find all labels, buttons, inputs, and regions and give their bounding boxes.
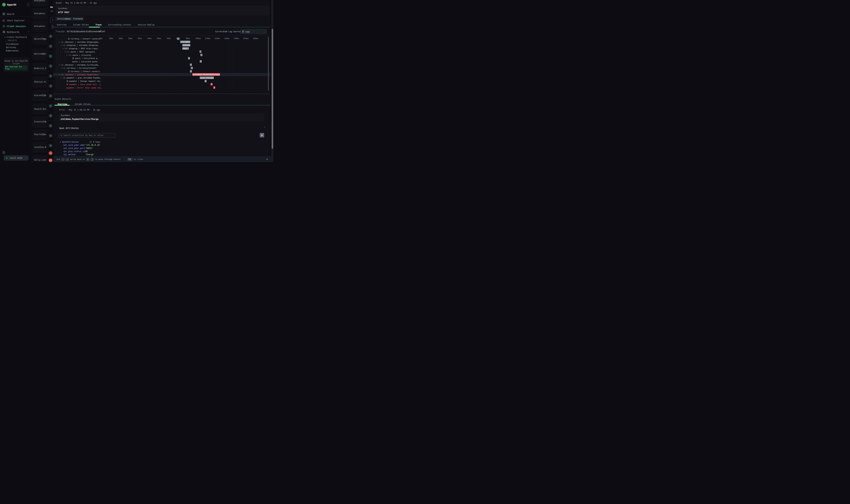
span-row[interactable]: currency | Convert convers…( [53,70,270,73]
location-pin-icon[interactable] [49,54,53,58]
get-started-button[interactable]: Get Started for Free [5,66,28,70]
preset-item-services[interactable]: Services [6,46,16,49]
page-scrollbar-thumb[interactable] [272,29,273,149]
log-source-select[interactable]: Logs ⌃⌄ [240,29,267,34]
chevron-down-icon[interactable]: ∨ [61,77,61,79]
span-bar[interactable]: POST h [182,47,189,50]
span-row[interactable]: ∨(3)payment | grpc.oteldemo.Paymen…grpc.… [53,76,270,79]
location-pin-icon[interactable] [49,114,53,118]
create-dashboard-button[interactable]: + Create Dashboard [4,36,27,38]
servicename-chip[interactable]: ServiceName: frontend [55,17,84,21]
span-label[interactable]: quote | calculate-quote [72,60,97,63]
session-card[interactable]: Dolly.Lubo [33,155,47,162]
span-bar[interactable]: E [213,86,215,89]
location-pin-icon[interactable] [49,64,53,68]
span-label[interactable]: payment | Charge request rec… [67,80,101,82]
chevron-down-icon[interactable]: ∨ [59,74,60,75]
sidebar-collapse-icon[interactable] [27,3,30,6]
chevron-down-icon[interactable]: ∨ [59,41,60,43]
span-row[interactable]: ∨(2)quote | {closure} [53,53,270,57]
span-label[interactable]: currency | Convert convers… [68,70,101,73]
waterfall-scrollbar[interactable] [268,37,269,91]
location-pin-icon[interactable] [49,94,53,98]
chevron-down-icon[interactable]: ∨ [62,48,64,49]
span-label[interactable]: ∨(1)checkout | oteldemo.PaymentServi… [59,73,99,76]
span-row[interactable]: ∨(1)shipping | POST http://quo…POST h [53,47,270,50]
local-mode-button[interactable]: U Local mode › [4,156,29,161]
underlay-search-input[interactable]: Sea [50,17,53,23]
gear-icon[interactable]: ⚙ [260,133,264,138]
chevron-down-icon[interactable]: ∨ [59,64,60,66]
chevron-up-icon[interactable]: ⌃ [264,126,265,129]
span-row[interactable]: payment | Error: Visa cache ful…E [53,86,270,89]
span-label[interactable]: ∨(1)shipping | oteldemo.Shipping… [61,44,99,47]
chevron-down-icon[interactable]: ∨ [65,51,66,53]
span-bar[interactable]: V [211,83,213,86]
sidebar-item-search[interactable]: Search [0,12,32,17]
span-label[interactable]: payment | Visa cache full: c… [67,83,101,86]
attribute-row[interactable]: net.sock.peer.port"50051" [63,147,93,149]
chevron-down-icon[interactable]: ∨ [61,44,61,46]
span-bar[interactable]: ( [204,80,207,82]
span-row[interactable]: currency | Convert convers… [53,37,270,40]
span-bar[interactable] [191,67,193,69]
location-pin-icon[interactable] [49,144,53,147]
span-bar[interactable]: oteldemo.PaymentService/Char [192,73,220,76]
span-bar[interactable]: ( [190,64,192,66]
span-row[interactable]: ∨(1)checkout | oteldemo.PaymentServi…ote… [53,73,270,76]
attribute-row[interactable]: rpc.method"Charge" [63,153,94,156]
span-label[interactable]: ∨(1)checkout | oteldemo.ShippingSe… [59,41,99,43]
close-icon[interactable]: ✕ [267,158,268,160]
span-row[interactable]: ∨(1)checkout | oteldemo.CurrencySe…( [53,63,270,67]
session-card[interactable]: Ernesto33@ [33,116,47,127]
span-bar[interactable]: oteldemo. [180,41,190,43]
navigation-event-icon[interactable] [49,151,53,155]
session-card[interactable]: Shaniya.Sc [33,76,47,88]
session-card[interactable]: Pearl43@ho [33,129,47,140]
attributes-search-input[interactable] [64,133,114,137]
chevron-down-icon[interactable]: ∨ [67,54,67,56]
session-card[interactable]: Kieran92@h [33,90,47,101]
span-row[interactable]: ∨(1)checkout | oteldemo.ShippingSe…oteld… [53,40,270,43]
span-bar[interactable]: ( [200,60,202,62]
session-card[interactable]: Deion37@gm [33,34,47,44]
span-row[interactable]: payment | Visa cache full: c…V [53,83,270,86]
span-label[interactable]: ∨(1)checkout | oteldemo.CurrencySe… [59,64,99,66]
span-label[interactable]: ∨(2)quote | {closure} [67,54,91,56]
attributes-tree-root[interactable]: ▼ SpanAttributes {} 6 keys [60,141,100,143]
span-bar[interactable] [177,37,179,40]
span-row[interactable]: ∨(1)quote | POST /getquote [53,50,270,53]
span-row[interactable]: payment | Charge request rec…( [53,79,270,83]
span-label[interactable]: ∨(1)currency | Currency/Convert [61,67,96,69]
chevron-down-icon[interactable]: ∨ [61,67,61,69]
span-label[interactable]: quote | Calculated q… [72,57,98,59]
span-label[interactable]: currency | Convert convers… [68,37,101,40]
span-label[interactable]: ∨(1)shipping | POST http://quo… [62,47,98,50]
span-bar[interactable] [200,54,202,56]
span-row[interactable]: ∨(1)currency | Currency/Convert [53,66,270,70]
session-card[interactable]: Jonathan.B [33,142,47,153]
sidebar-item-client-sessions[interactable]: Client Sessions [0,24,32,29]
sidebar-item-dashboards[interactable]: Dashboards⌃ [0,30,32,35]
event-tab-column-values[interactable]: Column Values [75,102,91,105]
span-row[interactable]: ∨(1)shipping | oteldemo.Shipping…oteldem [53,43,270,47]
span-row[interactable]: quote | calculate-quote( [53,60,270,63]
preset-item-clickhouse[interactable]: Clickhouse [6,43,18,46]
session-card[interactable]: Roderick_S [33,63,47,74]
session-card[interactable]: Walton9@ho [33,49,47,60]
location-pin-icon[interactable] [49,124,53,128]
presets-header[interactable]: ⌄ PRESETS [5,40,17,41]
location-pin-icon[interactable] [49,74,53,78]
sidebar-item-chart-explorer[interactable]: Chart Explorer [0,18,32,23]
span-bar[interactable]: ( [190,70,192,73]
help-button[interactable]: ? [2,151,5,154]
span-bar[interactable]: oteldem [182,44,190,47]
session-card[interactable]: Anonymous [33,0,47,6]
session-card[interactable]: Howard.Run [33,104,47,115]
span-bar[interactable] [199,50,202,53]
session-card[interactable]: Anonymous [33,8,47,19]
event-tab-overview[interactable]: Overview [57,102,67,105]
edit-icon[interactable] [99,30,102,32]
span-label[interactable]: ∨(1)quote | POST /getquote [65,51,95,53]
location-pin-icon[interactable] [49,44,53,48]
